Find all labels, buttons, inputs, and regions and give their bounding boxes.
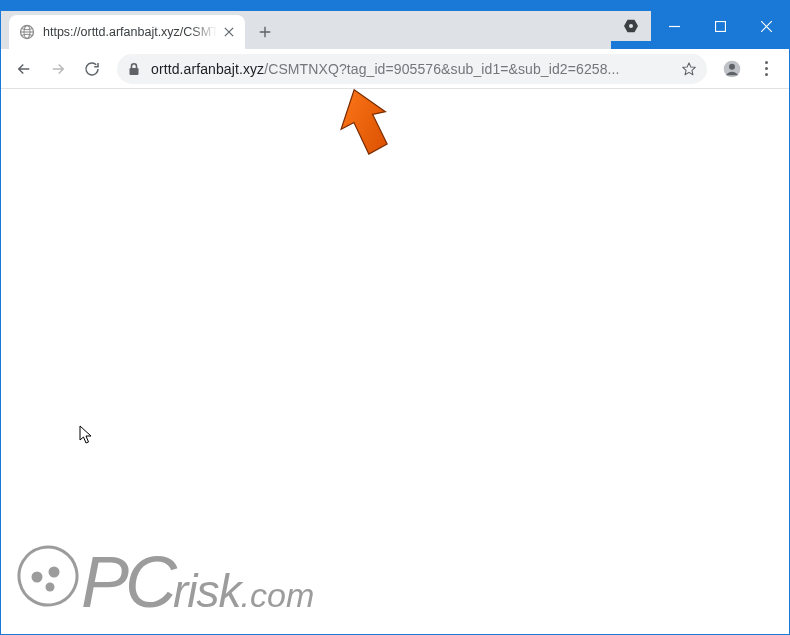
browser-toolbar: orttd.arfanbajt.xyz/CSMTNXQ?tag_id=90557… (1, 49, 789, 89)
svg-point-6 (729, 63, 735, 69)
close-icon[interactable] (221, 24, 237, 40)
svg-point-10 (46, 583, 55, 592)
kebab-icon (765, 61, 768, 76)
close-window-button[interactable] (743, 11, 789, 41)
bookmark-star-icon[interactable] (681, 61, 697, 77)
svg-point-9 (49, 567, 60, 578)
tab-strip: https://orttd.arfanbajt.xyz/CSMTNXQ (1, 11, 789, 49)
maximize-button[interactable] (697, 11, 743, 41)
globe-icon (19, 24, 35, 40)
reload-button[interactable] (77, 54, 107, 84)
watermark-logo-icon (17, 545, 79, 607)
watermark: PC risk .com (17, 545, 314, 618)
svg-rect-4 (130, 68, 139, 75)
new-tab-button[interactable] (251, 18, 279, 46)
url-text: orttd.arfanbajt.xyz/CSMTNXQ?tag_id=90557… (151, 61, 673, 77)
url-domain: orttd.arfanbajt.xyz (151, 61, 264, 77)
watermark-pc: PC (81, 546, 173, 618)
svg-point-7 (17, 545, 79, 607)
extension-icon[interactable] (611, 11, 651, 41)
back-button[interactable] (9, 54, 39, 84)
window-controls (611, 11, 789, 49)
window-titlebar (1, 1, 789, 11)
minimize-button[interactable] (651, 11, 697, 41)
browser-tab[interactable]: https://orttd.arfanbajt.xyz/CSMTNXQ (9, 15, 245, 49)
url-path: /CSMTNXQ?tag_id=905576&sub_id1=&sub_id2=… (264, 61, 619, 77)
profile-button[interactable] (717, 54, 747, 84)
browser-window: https://orttd.arfanbajt.xyz/CSMTNXQ (0, 0, 790, 635)
menu-button[interactable] (751, 54, 781, 84)
address-bar[interactable]: orttd.arfanbajt.xyz/CSMTNXQ?tag_id=90557… (117, 54, 707, 84)
svg-rect-3 (715, 21, 725, 31)
svg-point-8 (32, 572, 43, 583)
lock-icon (127, 62, 141, 76)
watermark-risk: risk (173, 564, 241, 618)
watermark-com: .com (241, 576, 315, 615)
forward-button[interactable] (43, 54, 73, 84)
tab-title: https://orttd.arfanbajt.xyz/CSMTNXQ (43, 25, 217, 39)
